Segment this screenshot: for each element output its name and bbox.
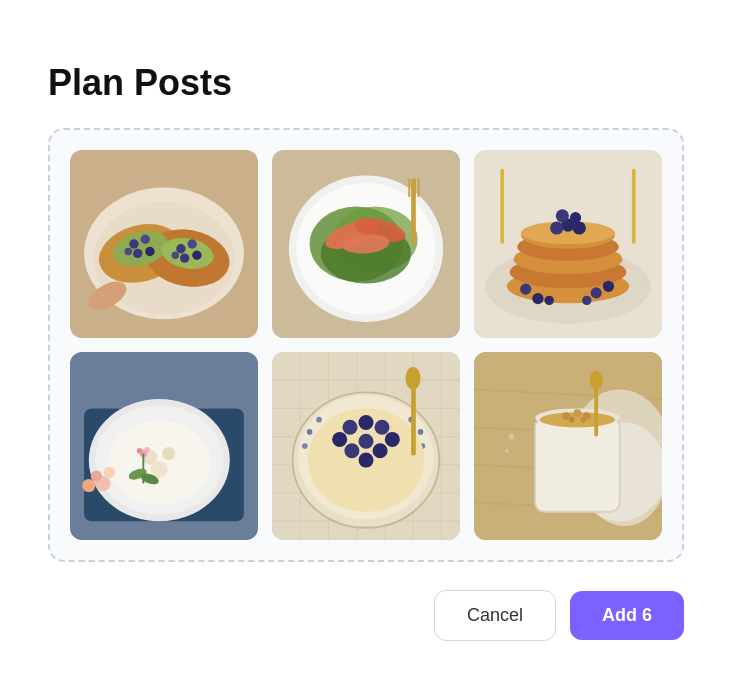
- svg-point-44: [573, 221, 586, 234]
- svg-point-97: [374, 420, 389, 435]
- svg-point-16: [172, 252, 180, 260]
- svg-point-48: [532, 293, 543, 304]
- svg-point-93: [418, 429, 424, 435]
- svg-point-102: [373, 443, 388, 458]
- svg-point-71: [104, 467, 115, 478]
- svg-point-126: [509, 434, 515, 440]
- svg-rect-31: [414, 178, 416, 197]
- svg-point-11: [125, 248, 133, 256]
- svg-point-104: [358, 453, 373, 468]
- svg-point-7: [129, 239, 138, 248]
- svg-point-127: [505, 449, 509, 453]
- cancel-button[interactable]: Cancel: [434, 590, 556, 641]
- svg-rect-54: [500, 169, 504, 244]
- page-title: Plan Posts: [48, 62, 684, 104]
- post-image-3[interactable]: [474, 150, 662, 338]
- svg-point-65: [144, 447, 150, 453]
- svg-point-12: [176, 244, 185, 253]
- svg-point-45: [556, 209, 569, 222]
- svg-rect-30: [408, 178, 410, 197]
- svg-point-123: [580, 417, 586, 423]
- svg-point-51: [582, 296, 591, 305]
- add-button[interactable]: Add 6: [570, 591, 684, 640]
- svg-rect-124: [594, 385, 598, 437]
- image-grid-container: [48, 128, 684, 562]
- svg-point-72: [82, 479, 95, 492]
- svg-point-49: [591, 287, 602, 298]
- svg-point-125: [590, 371, 603, 390]
- post-image-4[interactable]: [70, 352, 258, 540]
- post-image-5[interactable]: [272, 352, 460, 540]
- svg-point-61: [162, 447, 175, 460]
- svg-point-100: [332, 432, 347, 447]
- svg-point-120: [574, 409, 582, 417]
- svg-point-8: [141, 235, 150, 244]
- plan-posts-modal: Plan Posts: [16, 30, 716, 669]
- svg-point-106: [405, 367, 420, 390]
- svg-point-47: [520, 283, 531, 294]
- svg-point-99: [343, 420, 358, 435]
- svg-point-103: [344, 443, 359, 458]
- svg-rect-105: [411, 385, 416, 456]
- svg-rect-32: [418, 178, 420, 197]
- post-image-1[interactable]: [70, 150, 258, 338]
- svg-point-122: [569, 417, 575, 423]
- svg-point-119: [562, 412, 570, 420]
- action-buttons: Cancel Add 6: [48, 590, 684, 641]
- svg-point-52: [545, 296, 554, 305]
- svg-point-50: [603, 281, 614, 292]
- svg-point-14: [180, 253, 189, 262]
- post-image-6[interactable]: [474, 352, 662, 540]
- svg-point-46: [570, 212, 581, 223]
- svg-rect-53: [632, 169, 636, 244]
- svg-point-15: [192, 251, 201, 260]
- svg-point-89: [302, 443, 308, 449]
- svg-point-101: [358, 434, 373, 449]
- svg-rect-115: [535, 418, 620, 512]
- svg-point-9: [133, 249, 142, 258]
- svg-point-13: [188, 239, 197, 248]
- svg-point-90: [307, 429, 313, 435]
- post-image-2[interactable]: [272, 150, 460, 338]
- svg-point-96: [358, 415, 373, 430]
- svg-point-98: [385, 432, 400, 447]
- svg-point-10: [145, 247, 154, 256]
- svg-point-43: [550, 221, 563, 234]
- svg-point-91: [316, 417, 322, 423]
- image-grid: [70, 150, 662, 540]
- svg-point-64: [137, 448, 143, 454]
